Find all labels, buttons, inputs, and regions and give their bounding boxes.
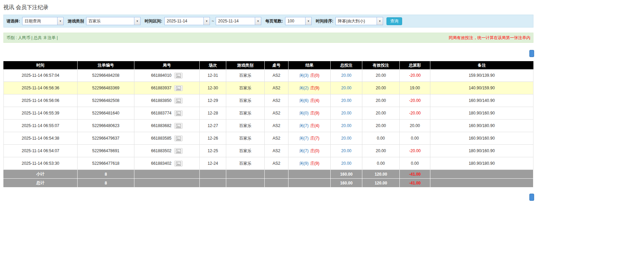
cell-valid-bet: 20.00 (362, 145, 400, 157)
col-bet-id: 注单编号 (78, 61, 134, 69)
cell-session: 12-28 (200, 107, 226, 120)
cell-bet-id: 522966480623 (78, 120, 134, 132)
cell-table-no: AS2 (265, 69, 288, 82)
total-bet-link[interactable]: 20.00 (341, 73, 351, 78)
video-replay-button[interactable] (174, 110, 183, 116)
video-replay-button[interactable] (174, 161, 183, 166)
cell-game-type: 百家乐 (226, 94, 265, 107)
cell-bet-id: 522966483369 (78, 82, 134, 94)
chevron-down-icon[interactable]: ▾ (305, 17, 311, 25)
subtotal-total-bet: 160.00 (331, 170, 362, 179)
total-empty-cell (226, 179, 265, 188)
col-round-id: 局号 (134, 61, 200, 69)
subtotal-empty-cell (430, 170, 533, 179)
cell-session: 12-25 (200, 145, 226, 157)
time-sort-label: 时间排序: (316, 18, 333, 24)
bet-records-table: 时间 注单编号 局号 场次 游戏类别 桌号 结果 总投注 有效投注 总派彩 备注… (3, 61, 533, 188)
cell-round-id: 661884010 (134, 69, 200, 82)
result-player: 闲(9) (299, 161, 309, 166)
game-type-label: 游戏类别 (68, 18, 84, 24)
date-from-value: 2025-11-14 (165, 17, 203, 25)
chevron-down-icon[interactable]: ▾ (377, 17, 383, 25)
result-banker: 庄(4) (310, 123, 319, 128)
time-sort-dropdown[interactable]: 降幂(由大到小) ▾ (335, 17, 383, 25)
cell-round-id: 661883502 (134, 145, 200, 157)
cell-payout: -20.00 (400, 94, 430, 107)
partial-button-top[interactable] (529, 50, 534, 57)
result-player: 闲(0) (299, 111, 309, 115)
result-player: 闲(3) (299, 73, 309, 78)
cell-payout: 20.00 (400, 120, 430, 132)
total-bet-link[interactable]: 20.00 (341, 148, 351, 153)
result-banker: 庄(4) (310, 98, 319, 103)
cell-session: 12-27 (200, 120, 226, 132)
chevron-down-icon[interactable]: ▾ (57, 17, 63, 25)
total-bet-link[interactable]: 20.00 (341, 86, 351, 90)
date-to-picker[interactable]: 2025-11-14 ▾ (216, 17, 261, 25)
query-type-dropdown[interactable]: 日期查询 ▾ (22, 17, 64, 25)
cell-table-no: AS2 (265, 132, 288, 145)
cell-round-id: 661883850 (134, 94, 200, 107)
chevron-down-icon[interactable]: ▾ (255, 17, 261, 25)
total-row: 总计 8 160.00 120.00 -41.00 (3, 179, 533, 188)
video-replay-button[interactable] (174, 98, 183, 104)
result-player: 闲(7) (299, 123, 309, 128)
subtotal-label: 小计 (3, 170, 78, 179)
cell-game-type: 百家乐 (226, 107, 265, 120)
video-replay-button[interactable] (174, 148, 183, 154)
col-valid-bet: 有效投注 (362, 61, 400, 69)
cell-note: 180.90/160.90 (430, 107, 533, 120)
page-size-dropdown[interactable]: 100 ▾ (285, 17, 312, 25)
cell-valid-bet: 0.00 (362, 157, 400, 170)
round-id-value: 661883502 (151, 148, 171, 153)
total-empty-cell (265, 179, 288, 188)
picture-icon (176, 149, 181, 153)
total-bet-link[interactable]: 20.00 (341, 136, 351, 141)
table-body: 2025-11-14 06:57:04 522966484208 6618840… (3, 69, 533, 170)
subtotal-count: 8 (78, 170, 134, 179)
total-bet-link[interactable]: 20.00 (341, 111, 351, 115)
cell-time: 2025-11-14 06:53:30 (3, 157, 78, 170)
round-id-value: 661883585 (151, 136, 171, 140)
total-bet-link[interactable]: 20.00 (341, 161, 351, 166)
time-sort-value: 降幂(由大到小) (336, 17, 377, 25)
cell-bet-id: 522966478691 (78, 145, 134, 157)
cell-result: 闲(7)庄(4) (288, 120, 331, 132)
video-replay-button[interactable] (174, 136, 183, 141)
cell-table-no: AS2 (265, 94, 288, 107)
total-total-bet: 160.00 (331, 179, 362, 188)
picture-icon (176, 137, 181, 141)
chevron-down-icon[interactable]: ▾ (203, 17, 210, 25)
picture-icon (176, 86, 181, 90)
cell-note: 159.90/139.90 (430, 69, 533, 82)
picture-icon (176, 111, 181, 115)
cell-valid-bet: 20.00 (362, 94, 400, 107)
cell-game-type: 百家乐 (226, 120, 265, 132)
table-row: 2025-11-14 06:56:06 522966482508 6618838… (3, 94, 533, 107)
total-valid-bet: 120.00 (362, 179, 400, 188)
date-from-picker[interactable]: 2025-11-14 ▾ (164, 17, 210, 25)
cell-table-no: AS2 (265, 82, 288, 94)
round-id-value: 661883402 (151, 161, 171, 165)
cell-payout: 0.00 (400, 132, 430, 145)
valid-bet-note-text: 同局有效投注，统一计算在该局第一张注单内 (449, 35, 530, 41)
video-replay-button[interactable] (174, 73, 183, 78)
game-type-dropdown[interactable]: 百家乐 ▾ (86, 17, 141, 25)
cell-session: 12-29 (200, 94, 226, 107)
total-bet-link[interactable]: 20.00 (341, 123, 351, 128)
cell-round-id: 661883682 (134, 120, 200, 132)
total-count: 8 (78, 179, 134, 188)
cell-bet-id: 522966481640 (78, 107, 134, 120)
cell-valid-bet: 20.00 (362, 120, 400, 132)
total-label: 总计 (3, 179, 78, 188)
video-replay-button[interactable] (174, 85, 183, 91)
chevron-down-icon[interactable]: ▾ (134, 17, 140, 25)
subtotal-empty-cell (265, 170, 288, 179)
search-button[interactable]: 查询 (386, 17, 402, 25)
total-bet-link[interactable]: 20.00 (341, 98, 351, 103)
cell-table-no: AS2 (265, 120, 288, 132)
table-row: 2025-11-14 06:55:07 522966480623 6618836… (3, 120, 533, 132)
cell-result: 闲(7)庄(0) (288, 145, 331, 157)
partial-button-bottom[interactable] (529, 194, 534, 201)
video-replay-button[interactable] (174, 123, 183, 129)
